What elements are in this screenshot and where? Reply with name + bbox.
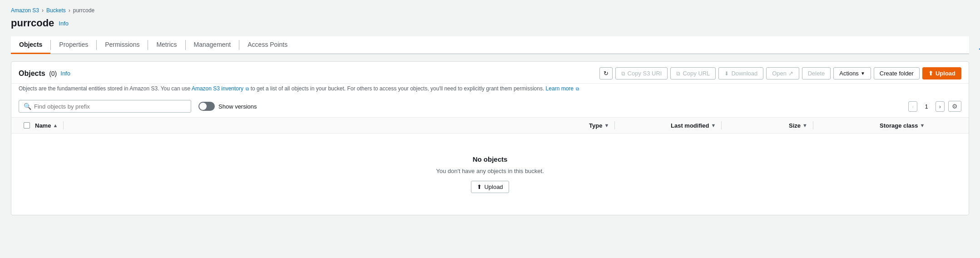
col-storage-class: Storage class ▼	[880, 122, 961, 129]
breadcrumb-separator-2: ›	[69, 7, 70, 14]
filter-row: 🔍 Show versions ‹ 1 › ⚙	[11, 96, 969, 118]
col-last-modified-label: Last modified	[671, 122, 709, 129]
last-modified-filter-icon[interactable]: ▼	[711, 123, 716, 128]
col-type: Type ▼	[589, 121, 671, 129]
copy-s3-uri-icon: ⧉	[621, 70, 625, 77]
toggle-row: Show versions	[198, 102, 257, 111]
external-link-icon: ⧉	[246, 86, 249, 91]
panel-header: Objects (0) Info ↻ ⧉ Copy S3 URI	[11, 62, 969, 84]
empty-title: No objects	[473, 155, 508, 163]
s3-inventory-link[interactable]: Amazon S3 inventory	[192, 85, 243, 92]
learn-more-external-icon: ⧉	[576, 86, 579, 91]
prev-page-button[interactable]: ‹	[908, 101, 917, 112]
size-filter-icon[interactable]: ▼	[802, 123, 807, 128]
arrow-indicator	[970, 47, 980, 72]
storage-class-filter-icon[interactable]: ▼	[920, 123, 925, 128]
copy-url-icon: ⧉	[676, 70, 680, 77]
col-storage-class-label: Storage class	[880, 122, 918, 129]
copy-s3-uri-button[interactable]: ⧉ Copy S3 URI	[615, 67, 668, 79]
show-versions-label: Show versions	[218, 103, 257, 110]
objects-panel: Objects (0) Info ↻ ⧉ Copy S3 URI	[11, 61, 969, 215]
upload-button[interactable]: ⬆ Upload	[922, 67, 961, 79]
actions-chevron-icon: ▼	[861, 71, 865, 76]
breadcrumb-amazon-s3[interactable]: Amazon S3	[11, 7, 39, 14]
pagination-controls: ‹ 1 › ⚙	[908, 101, 961, 112]
upload-icon: ⬆	[928, 70, 933, 77]
next-page-button[interactable]: ›	[935, 101, 945, 112]
show-versions-toggle[interactable]	[198, 102, 215, 111]
info-text: Objects are the fundamental entities sto…	[11, 84, 969, 96]
create-folder-button[interactable]: Create folder	[874, 67, 920, 79]
name-sort-icon[interactable]: ▲	[53, 123, 58, 128]
type-filter-icon[interactable]: ▼	[604, 123, 609, 128]
empty-upload-icon: ⬆	[477, 184, 482, 190]
breadcrumb-separator-1: ›	[42, 7, 44, 14]
copy-url-button[interactable]: ⧉ Copy URL	[670, 67, 716, 79]
col-last-modified: Last modified ▼	[671, 121, 789, 129]
tabs-bar: Objects Properties Permissions Metrics M…	[11, 36, 969, 54]
select-all-checkbox[interactable]	[24, 122, 30, 129]
learn-more-link[interactable]: Learn more	[546, 85, 574, 92]
empty-subtitle: You don't have any objects in this bucke…	[436, 168, 544, 174]
col-name-label: Name	[35, 122, 51, 129]
refresh-button[interactable]: ↻	[599, 67, 613, 79]
search-input[interactable]	[34, 103, 186, 110]
current-page: 1	[921, 102, 931, 111]
panel-info-link[interactable]: Info	[60, 70, 70, 77]
empty-upload-button[interactable]: ⬆ Upload	[471, 181, 509, 193]
tab-objects[interactable]: Objects	[11, 36, 50, 54]
tab-management[interactable]: Management	[186, 36, 239, 54]
actions-button[interactable]: Actions ▼	[833, 67, 871, 79]
download-button[interactable]: ⬇ Download	[718, 67, 763, 79]
tab-metrics[interactable]: Metrics	[148, 36, 185, 54]
col-sep-2	[614, 121, 615, 129]
select-all-checkbox-cell	[19, 122, 35, 129]
panel-title: Objects (0)	[19, 69, 57, 78]
search-box[interactable]: 🔍	[19, 100, 191, 113]
page-title-row: purrcode Info	[11, 17, 969, 29]
col-sep-1	[63, 121, 64, 129]
toolbar: ↻ ⧉ Copy S3 URI ⧉ Copy URL ⬇ Download Op…	[599, 67, 961, 79]
open-button[interactable]: Open ↗	[766, 67, 799, 79]
refresh-icon: ↻	[604, 70, 609, 77]
table-settings-button[interactable]: ⚙	[948, 101, 961, 112]
tab-permissions[interactable]: Permissions	[97, 36, 148, 54]
breadcrumb: Amazon S3 › Buckets › purrcode	[11, 7, 969, 14]
empty-state: No objects You don't have any objects in…	[11, 134, 969, 215]
panel-title-row: Objects (0) Info	[19, 69, 70, 78]
col-name: Name ▲	[35, 121, 589, 129]
col-size-label: Size	[789, 122, 801, 129]
page-title: purrcode	[11, 17, 54, 29]
col-sep-3	[721, 121, 722, 129]
search-icon: 🔍	[24, 103, 31, 110]
breadcrumb-buckets[interactable]: Buckets	[46, 7, 66, 14]
toggle-knob	[199, 103, 207, 110]
col-type-label: Type	[589, 122, 602, 129]
delete-button[interactable]: Delete	[802, 67, 831, 79]
table-header: Name ▲ Type ▼ Last modified ▼ Size ▼ Sto…	[11, 118, 969, 134]
col-size: Size ▼	[789, 121, 880, 129]
page-info-link[interactable]: Info	[59, 20, 69, 27]
col-sep-4	[813, 121, 813, 129]
tab-access-points[interactable]: Access Points	[239, 36, 296, 54]
breadcrumb-current: purrcode	[73, 7, 94, 14]
tab-properties[interactable]: Properties	[51, 36, 96, 54]
download-icon: ⬇	[724, 70, 729, 77]
